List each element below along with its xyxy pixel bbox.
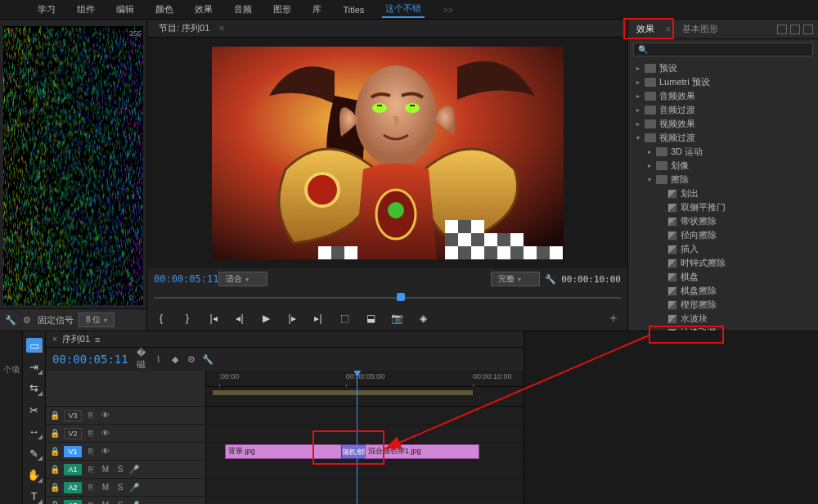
- lift-button[interactable]: ⬚: [337, 311, 352, 326]
- effect-type-icon[interactable]: [777, 25, 787, 34]
- program-scrubber[interactable]: [154, 291, 621, 304]
- sync-lock-icon[interactable]: ⎘: [85, 501, 97, 504]
- mute-icon[interactable]: M: [100, 501, 111, 504]
- lock-icon[interactable]: 🔒: [49, 429, 61, 438]
- zoom-fit-dropdown[interactable]: 适合: [218, 272, 267, 286]
- expand-icon[interactable]: ▸: [635, 120, 641, 128]
- lock-icon[interactable]: 🔒: [49, 501, 61, 504]
- track-v2[interactable]: [206, 425, 524, 443]
- expand-icon[interactable]: ▸: [635, 79, 641, 86]
- track-target[interactable]: A2: [64, 482, 82, 493]
- solo-icon[interactable]: S: [115, 501, 126, 504]
- wrench-icon[interactable]: 🔧: [5, 314, 16, 326]
- track-target[interactable]: V2: [64, 428, 82, 439]
- effect-preset[interactable]: 划出: [631, 187, 816, 200]
- lock-icon[interactable]: 🔒: [49, 465, 61, 474]
- linked-selection-icon[interactable]: ⌇: [153, 353, 164, 365]
- track-a1[interactable]: [206, 461, 524, 479]
- settings-icon[interactable]: ⚙: [186, 353, 197, 365]
- panel-menu-icon[interactable]: ≡: [666, 25, 671, 34]
- audio-track-header[interactable]: 🔒A1⎘MS🎤: [46, 461, 205, 479]
- resolution-dropdown[interactable]: 完整: [491, 272, 540, 286]
- expand-icon[interactable]: ▸: [635, 106, 641, 114]
- type-tool[interactable]: T: [26, 489, 43, 504]
- effect-preset[interactable]: 棋盘擦除: [631, 284, 816, 298]
- marker-icon[interactable]: ◆: [169, 353, 181, 365]
- close-tab-icon[interactable]: ×: [52, 335, 57, 344]
- menu-item[interactable]: 库: [309, 2, 325, 17]
- expand-icon[interactable]: ▸: [635, 92, 641, 100]
- lock-icon[interactable]: 🔒: [49, 411, 61, 420]
- sync-lock-icon[interactable]: ⎘: [85, 483, 97, 492]
- timeline-tracks[interactable]: :00:0000:00:05:0000:00:10:00 背景.jpg 随机擦除…: [206, 371, 524, 504]
- sequence-tab[interactable]: 序列01: [62, 333, 90, 345]
- menu-item[interactable]: Titles: [339, 3, 367, 16]
- expand-icon[interactable]: ▸: [635, 65, 641, 72]
- effect-type-icon[interactable]: [790, 25, 800, 34]
- solo-icon[interactable]: S: [115, 465, 126, 474]
- mark-out-button[interactable]: }: [180, 311, 195, 326]
- hand-tool[interactable]: ✋: [26, 467, 43, 482]
- selection-tool[interactable]: ▭: [26, 338, 43, 353]
- menu-item[interactable]: 学习: [34, 2, 59, 17]
- gear-icon[interactable]: ⚙: [21, 314, 33, 326]
- effect-preset[interactable]: 棋盘: [631, 270, 816, 284]
- video-track-header[interactable]: 🔒V3⎘👁: [46, 407, 205, 425]
- sync-lock-icon[interactable]: ⎘: [85, 447, 97, 456]
- bit-depth-dropdown[interactable]: 8 位: [79, 313, 115, 327]
- expand-icon[interactable]: ▾: [646, 176, 653, 183]
- mute-icon[interactable]: M: [100, 465, 111, 474]
- effect-preset[interactable]: 水波块: [631, 312, 816, 326]
- menu-item[interactable]: 颜色: [152, 2, 177, 17]
- effect-preset[interactable]: 油漆飞溅: [631, 326, 816, 331]
- razor-tool[interactable]: ✂: [26, 403, 43, 417]
- audio-track-header[interactable]: 🔒A3⎘MS🎤: [46, 497, 205, 504]
- wrench-icon[interactable]: 🔧: [545, 274, 556, 285]
- menu-item[interactable]: 编辑: [113, 2, 137, 17]
- step-forward-button[interactable]: |▸: [285, 311, 299, 326]
- extract-button[interactable]: ⬓: [363, 311, 378, 326]
- pen-tool[interactable]: ✎: [26, 446, 43, 461]
- panel-menu-icon[interactable]: ≡: [95, 335, 100, 344]
- panel-menu-icon[interactable]: ≡: [219, 24, 224, 33]
- snapshot-button[interactable]: ◈: [416, 311, 430, 326]
- go-to-in-button[interactable]: |◂: [206, 311, 221, 326]
- effect-folder[interactable]: ▸预设: [631, 61, 816, 75]
- track-v3[interactable]: [206, 407, 524, 425]
- audio-track-header[interactable]: 🔒A2⎘MS🎤: [46, 479, 205, 497]
- effect-folder[interactable]: ▸视频效果: [631, 117, 816, 131]
- expand-icon[interactable]: ▾: [635, 134, 641, 142]
- effect-folder[interactable]: ▸3D 运动: [631, 145, 816, 159]
- play-button[interactable]: ▶: [258, 311, 273, 326]
- effect-folder[interactable]: ▾视频过渡: [631, 131, 816, 145]
- snap-icon[interactable]: �磁: [137, 353, 148, 365]
- video-track-header[interactable]: 🔒V2⎘👁: [46, 425, 205, 443]
- program-tab[interactable]: 节目: 序列01: [154, 20, 214, 36]
- playhead[interactable]: [357, 371, 357, 504]
- wrench-icon[interactable]: 🔧: [202, 353, 213, 365]
- lock-icon[interactable]: 🔒: [49, 447, 61, 456]
- lock-icon[interactable]: 🔒: [49, 483, 61, 492]
- toggle-output-icon[interactable]: 👁: [100, 429, 111, 438]
- track-target[interactable]: V1: [64, 446, 82, 457]
- sync-lock-icon[interactable]: ⎘: [85, 411, 97, 420]
- effect-folder[interactable]: ▾擦除: [631, 173, 816, 187]
- voice-over-icon[interactable]: 🎤: [129, 465, 139, 474]
- track-v1[interactable]: 背景.jpg 随机擦除 混合颜色带1.jpg: [206, 443, 524, 461]
- expand-icon[interactable]: ▸: [646, 148, 653, 155]
- effects-search-input[interactable]: [633, 43, 813, 56]
- menu-item[interactable]: 这个不错: [382, 1, 425, 18]
- effects-tree[interactable]: ▸预设▸Lumetri 预设▸音频效果▸音频过渡▸视频效果▾视频过渡▸3D 运动…: [628, 60, 818, 331]
- export-frame-button[interactable]: 📷: [389, 311, 404, 326]
- effect-folder[interactable]: ▸划像: [631, 159, 816, 173]
- effect-preset[interactable]: 双侧平推门: [631, 200, 816, 214]
- track-a2[interactable]: [206, 479, 524, 497]
- slip-tool[interactable]: ↔: [26, 425, 43, 439]
- program-timecode-current[interactable]: 00:00:05:11: [154, 273, 218, 285]
- track-select-tool[interactable]: ⇥: [26, 359, 43, 374]
- effect-folder[interactable]: ▸音频效果: [631, 89, 816, 103]
- mute-icon[interactable]: M: [100, 483, 111, 492]
- track-target[interactable]: A3: [64, 500, 82, 505]
- effect-folder[interactable]: ▸音频过渡: [631, 103, 816, 117]
- go-to-out-button[interactable]: ▸|: [311, 311, 326, 326]
